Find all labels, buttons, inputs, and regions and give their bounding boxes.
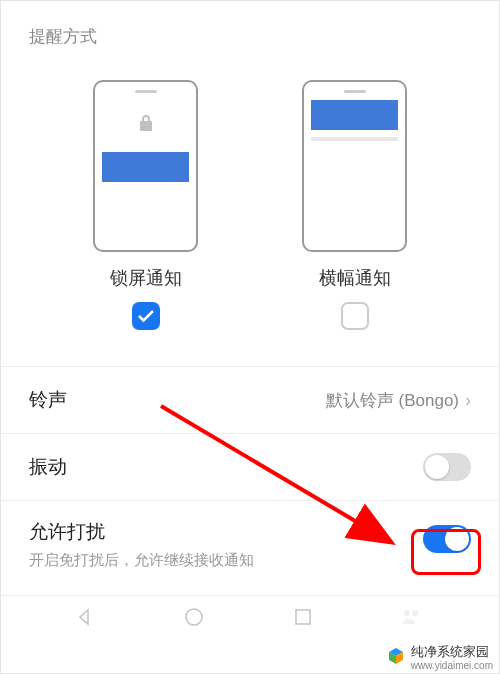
nav-recents-icon[interactable] bbox=[293, 607, 313, 631]
lock-checkbox[interactable] bbox=[132, 302, 160, 330]
watermark-brand: 纯净系统家园 bbox=[411, 644, 489, 659]
preview-banner-option[interactable]: 横幅通知 bbox=[285, 80, 425, 330]
nav-home-icon[interactable] bbox=[183, 606, 205, 632]
nav-extra-icon[interactable] bbox=[401, 608, 425, 630]
ringtone-value: 默认铃声 (Bongo) bbox=[326, 389, 459, 412]
preview-lock-option[interactable]: 锁屏通知 bbox=[76, 80, 216, 330]
allow-disturb-row[interactable]: 允许打扰 开启免打扰后，允许继续接收通知 bbox=[1, 500, 499, 588]
preview-row: 锁屏通知 横幅通知 bbox=[1, 60, 499, 340]
ringtone-label: 铃声 bbox=[29, 387, 67, 413]
banner-preview-icon bbox=[302, 80, 407, 252]
vibrate-toggle[interactable] bbox=[423, 453, 471, 481]
svg-point-4 bbox=[412, 610, 418, 616]
banner-checkbox[interactable] bbox=[341, 302, 369, 330]
allow-disturb-toggle[interactable] bbox=[423, 525, 471, 553]
allow-disturb-sub: 开启免打扰后，允许继续接收通知 bbox=[29, 551, 254, 570]
ringtone-row[interactable]: 铃声 默认铃声 (Bongo) › bbox=[1, 366, 499, 433]
vibrate-label: 振动 bbox=[29, 454, 67, 480]
svg-point-3 bbox=[404, 610, 410, 616]
lock-preview-icon bbox=[93, 80, 198, 252]
lock-icon bbox=[139, 115, 153, 135]
settings-list: 铃声 默认铃声 (Bongo) › 振动 允许打扰 开启免打扰后，允许继续接收通… bbox=[1, 366, 499, 588]
banner-preview-label: 横幅通知 bbox=[319, 266, 391, 290]
watermark-url: www.yidaimei.com bbox=[411, 660, 493, 671]
nav-back-icon[interactable] bbox=[75, 607, 95, 631]
chevron-right-icon: › bbox=[465, 390, 471, 411]
nav-bar bbox=[1, 595, 499, 641]
svg-point-1 bbox=[186, 609, 202, 625]
section-title: 提醒方式 bbox=[1, 1, 499, 60]
lock-preview-label: 锁屏通知 bbox=[110, 266, 182, 290]
svg-rect-2 bbox=[296, 610, 310, 624]
watermark-icon bbox=[385, 646, 407, 668]
vibrate-row[interactable]: 振动 bbox=[1, 433, 499, 500]
watermark: 纯净系统家园 www.yidaimei.com bbox=[385, 642, 493, 671]
allow-disturb-label: 允许打扰 bbox=[29, 519, 105, 545]
